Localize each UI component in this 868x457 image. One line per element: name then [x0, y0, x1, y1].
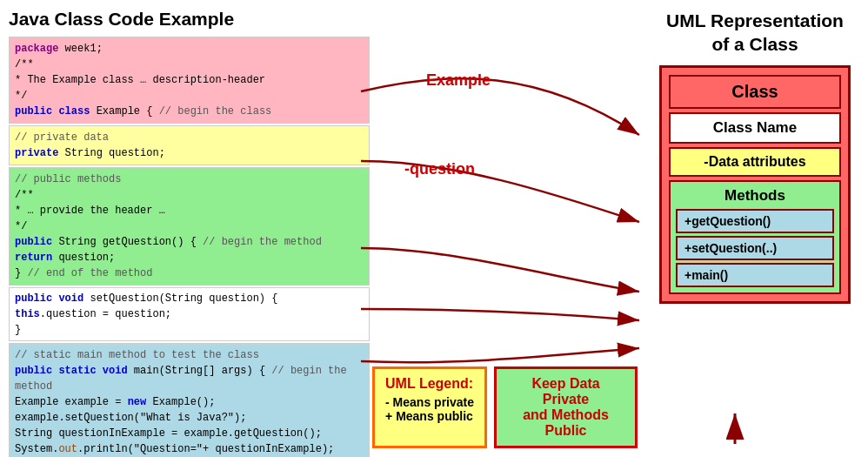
code-line: } // end of the method [15, 265, 364, 281]
uml-container: Class Class Name -Data attributes Method… [659, 65, 851, 304]
code-line: /** [15, 57, 364, 72]
keep-box: Keep Data Privateand Methods Public [494, 366, 638, 448]
code-yellow-block: // private data private String question; [9, 125, 370, 165]
uml-attributes: -Data attributes [669, 147, 841, 177]
code-line: */ [15, 88, 364, 104]
code-line: * The Example class … description-header [15, 72, 364, 88]
legend-title: UML Legend: [385, 376, 474, 392]
right-title: UML Representationof a Class [651, 9, 859, 57]
code-pink-block: package week1; /** * The Example class …… [9, 37, 370, 124]
code-line: // private data [15, 130, 364, 145]
code-line: private String question; [15, 145, 364, 161]
uml-method-main: +main() [676, 263, 834, 287]
code-line: public static void main(String[] args) {… [15, 363, 364, 394]
uml-legend-box: UML Legend: - Means private + Means publ… [372, 366, 487, 448]
code-line: */ [15, 218, 364, 234]
code-white-block: public void setQuestion(String question)… [9, 287, 370, 341]
code-line: Example example = new Example(); [15, 394, 364, 410]
code-line: example.setQuestion("What is Java?"); [15, 410, 364, 426]
uml-class-label: Class [669, 75, 841, 109]
code-line: * … provide the header … [15, 203, 364, 218]
code-blue-block: // static main method to test the class … [9, 343, 370, 457]
code-line: System.out.println("Question="+ question… [15, 441, 364, 457]
legend-line1: - Means private [385, 395, 474, 409]
code-line: // public methods [15, 171, 364, 187]
uml-methods-header: Methods [676, 187, 834, 205]
left-title: Java Class Code Example [9, 9, 370, 30]
code-line: /** [15, 187, 364, 203]
uml-class-name: Class Name [669, 112, 841, 144]
uml-methods-container: Methods +getQuestion() +setQuestion(..) … [669, 180, 841, 294]
legend-line2: + Means public [385, 409, 474, 423]
example-label: Example [426, 71, 491, 89]
code-line: public class Example { // begin the clas… [15, 104, 364, 119]
code-line: this.question = question; [15, 306, 364, 322]
code-green-block: // public methods /** * … provide the he… [9, 167, 370, 286]
code-line: // static main method to test the class [15, 347, 364, 363]
code-line: } [15, 322, 364, 338]
code-line: public void setQuestion(String question)… [15, 291, 364, 306]
question-label: -question [404, 160, 475, 178]
uml-method-setquestion: +setQuestion(..) [676, 236, 834, 260]
uml-method-getquestion: +getQuestion() [676, 209, 834, 233]
code-line: return question; [15, 250, 364, 265]
code-line: public String getQuestion() { // begin t… [15, 234, 364, 250]
code-line: String questionInExample = example.getQu… [15, 426, 364, 441]
code-line: package week1; [15, 41, 364, 57]
